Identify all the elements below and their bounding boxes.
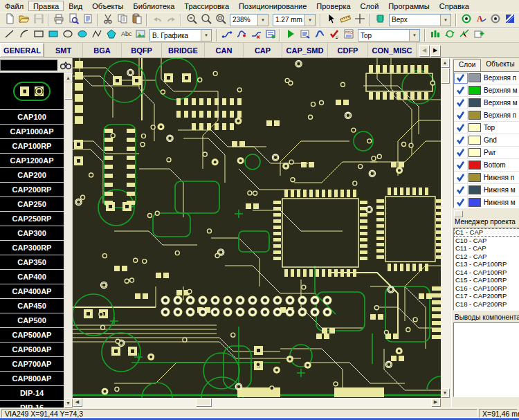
text-style-button[interactable]: A (473, 13, 488, 27)
tab-cdfp[interactable]: CDFP (328, 43, 368, 57)
project-component[interactable]: C13 - CAP100RP (454, 260, 519, 268)
scrollbar-thumb[interactable] (64, 82, 72, 99)
draw-rect-button[interactable] (31, 28, 46, 42)
component-item-cap1200ap[interactable]: CAP1200AP (0, 154, 64, 168)
layer-visibility-checkbox[interactable] (454, 110, 468, 121)
component-item-cap250rp[interactable]: CAP250RP (0, 212, 64, 226)
menu-item-6[interactable]: Позиционирование (234, 1, 311, 11)
layer-select[interactable]: Top▼ (358, 29, 420, 42)
layer-color-swatch[interactable] (468, 198, 481, 207)
layer-color-swatch[interactable] (468, 136, 481, 145)
zoom-normal-button[interactable] (199, 13, 213, 27)
crosshair-button[interactable] (352, 13, 367, 27)
menu-item-7[interactable]: Проверка (311, 1, 355, 11)
project-component[interactable]: C15 - CAP100RP (454, 276, 519, 284)
project-component[interactable]: C11 - CAP (454, 244, 519, 253)
layer-row[interactable]: Нижняя м (454, 197, 519, 208)
menu-item-0[interactable]: Файл (0, 1, 28, 11)
select-cursor-button[interactable] (323, 13, 338, 27)
component-item-cap1000ap[interactable]: CAP1000AP (0, 125, 64, 139)
project-component[interactable]: C19 - CAP100RP (454, 308, 519, 311)
layer-visibility-checkbox[interactable] (454, 98, 468, 109)
scroll-down-icon[interactable]: ▼ (441, 388, 449, 397)
route-edit-button[interactable] (248, 28, 263, 42)
component-chip-button[interactable] (372, 13, 387, 27)
splitter-grip[interactable] (454, 210, 462, 217)
component-item-cap500ap[interactable]: CAP500AP (0, 328, 64, 343)
search-button[interactable] (60, 60, 72, 71)
tab-cap[interactable]: CAP (244, 43, 282, 57)
component-pins-list[interactable] (453, 322, 519, 397)
project-component[interactable]: C12 - CAP (454, 253, 519, 261)
layer-visibility-checkbox[interactable] (454, 160, 468, 171)
component-item-cap250[interactable]: CAP250 (0, 197, 64, 212)
project-component[interactable]: C16 - CAP100RP (454, 284, 519, 293)
copper-pour-button[interactable] (502, 13, 517, 27)
component-item-cap700ap[interactable]: CAP700AP (0, 357, 64, 372)
layer-row[interactable]: Верхняя м (454, 97, 519, 109)
update-components-button[interactable] (442, 28, 457, 42)
layer-color-swatch[interactable] (468, 98, 481, 107)
grid-select[interactable]: 1.27 mm▼ (273, 14, 316, 26)
layer-color-swatch[interactable] (468, 148, 481, 157)
layer-row[interactable]: Gnd (454, 134, 519, 147)
drc-check-button[interactable] (327, 28, 341, 42)
scroll-down-icon[interactable]: ▼ (64, 399, 72, 407)
layer-row[interactable]: Pwr (454, 147, 519, 159)
layer-visibility-checkbox[interactable] (454, 172, 468, 183)
zoom-select[interactable]: 238%▼ (230, 14, 268, 26)
image-tool-button[interactable] (133, 28, 147, 42)
chevron-down-icon[interactable]: ▼ (201, 30, 211, 41)
chevron-down-icon[interactable]: ▼ (409, 30, 419, 41)
layer-color-swatch[interactable] (468, 185, 481, 194)
layer-row[interactable]: Нижняя п (454, 172, 519, 184)
scroll-up-icon[interactable]: ▲ (64, 73, 72, 82)
scrollbar-thumb[interactable] (441, 68, 449, 83)
cut-button[interactable] (100, 13, 115, 27)
menu-item-10[interactable]: Справка (435, 1, 474, 11)
tab-con_misc[interactable]: CON_MISC (368, 43, 417, 57)
scrollbar-thumb[interactable] (196, 398, 211, 406)
project-component[interactable]: C10 - CAP (454, 237, 519, 245)
pcb-canvas[interactable] (73, 58, 441, 398)
panel-splitter[interactable] (452, 209, 519, 217)
layer-visibility-checkbox[interactable] (454, 73, 468, 84)
tab-scroll-left-icon[interactable]: ◀ (419, 45, 429, 56)
layer-visibility-checkbox[interactable] (454, 85, 468, 96)
project-component[interactable]: C18 - CAP200RP (454, 300, 519, 309)
layer-color-swatch[interactable] (468, 86, 481, 95)
component-item-cap200rp[interactable]: CAP200RP (0, 183, 64, 197)
open-button[interactable] (17, 13, 31, 27)
component-item-dip-14[interactable]: DIP-14 (0, 386, 64, 401)
text-tool-button[interactable]: Abc (118, 28, 133, 42)
scroll-right-icon[interactable]: ▶ (431, 398, 440, 406)
route-props-button[interactable] (263, 28, 277, 42)
menu-item-3[interactable]: Объекты (87, 1, 128, 11)
draw-rect-filled-button[interactable] (46, 28, 60, 42)
mode-select[interactable]: В. Графика▼ (149, 29, 212, 42)
menu-item-4[interactable]: Библиотека (129, 1, 180, 11)
menu-item-2[interactable]: Вид (64, 1, 87, 11)
scroll-left-icon[interactable]: ◀ (73, 398, 82, 406)
layer-color-swatch[interactable] (468, 161, 481, 170)
draw-arc-button[interactable] (17, 28, 31, 42)
layer-row[interactable]: Верхняя м (454, 84, 519, 97)
layer-row[interactable]: Нижняя м (454, 184, 519, 197)
chevron-down-icon[interactable]: ▼ (304, 15, 315, 26)
layer-row[interactable]: Top (454, 122, 519, 134)
component-item-cap100rp[interactable]: CAP100RP (0, 139, 64, 154)
layer-row[interactable]: Bottom (454, 159, 519, 172)
autoroute-button[interactable] (312, 28, 327, 42)
route-manual-button[interactable] (219, 28, 234, 42)
pad-gray-button[interactable] (488, 13, 502, 27)
menu-item-5[interactable]: Трассировка (179, 1, 234, 11)
component-item-cap100[interactable]: CAP100 (0, 110, 64, 125)
component-item-cap600ap[interactable]: CAP600AP (0, 343, 64, 357)
component-item-cap300[interactable]: CAP300 (0, 226, 64, 241)
chevron-down-icon[interactable]: ▼ (440, 15, 450, 26)
tab-bga[interactable]: BGA (83, 43, 122, 57)
document-button[interactable] (80, 13, 95, 27)
layer-visibility-checkbox[interactable] (454, 122, 468, 134)
menu-item-8[interactable]: Слой (356, 1, 384, 11)
print-preview-button[interactable] (66, 13, 80, 27)
